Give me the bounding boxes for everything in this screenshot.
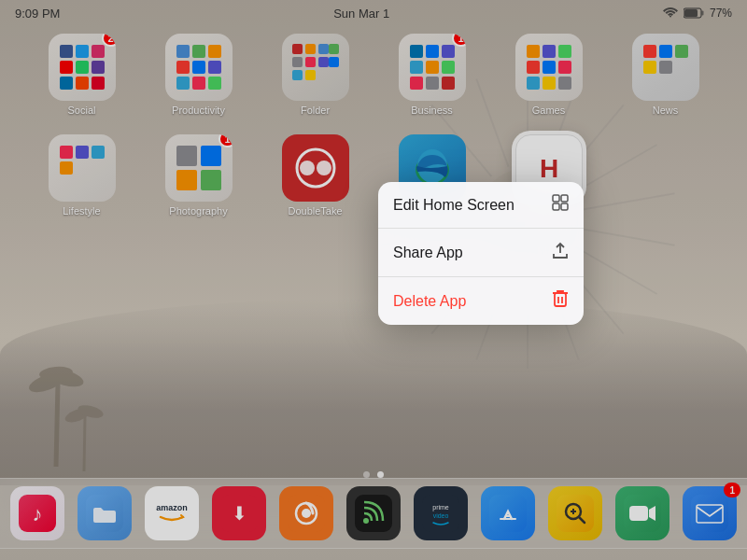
context-menu-label-edit-home: Edit Home Screen xyxy=(393,197,514,214)
svg-rect-97 xyxy=(553,203,559,210)
context-menu: Edit Home Screen Share App Delete App xyxy=(378,182,584,325)
overlay-dim xyxy=(0,0,747,560)
context-menu-label-share-app: Share App xyxy=(393,245,463,261)
svg-rect-98 xyxy=(561,203,568,210)
edit-home-icon xyxy=(552,194,569,216)
svg-rect-95 xyxy=(553,195,559,202)
context-menu-item-delete-app[interactable]: Delete App xyxy=(378,277,584,325)
trash-icon xyxy=(552,289,569,313)
share-icon xyxy=(552,241,569,264)
svg-rect-96 xyxy=(561,195,568,202)
context-menu-label-delete-app: Delete App xyxy=(393,293,466,310)
context-menu-item-share-app[interactable]: Share App xyxy=(378,229,584,277)
svg-rect-99 xyxy=(555,293,566,306)
context-menu-item-edit-home[interactable]: Edit Home Screen xyxy=(378,182,584,229)
